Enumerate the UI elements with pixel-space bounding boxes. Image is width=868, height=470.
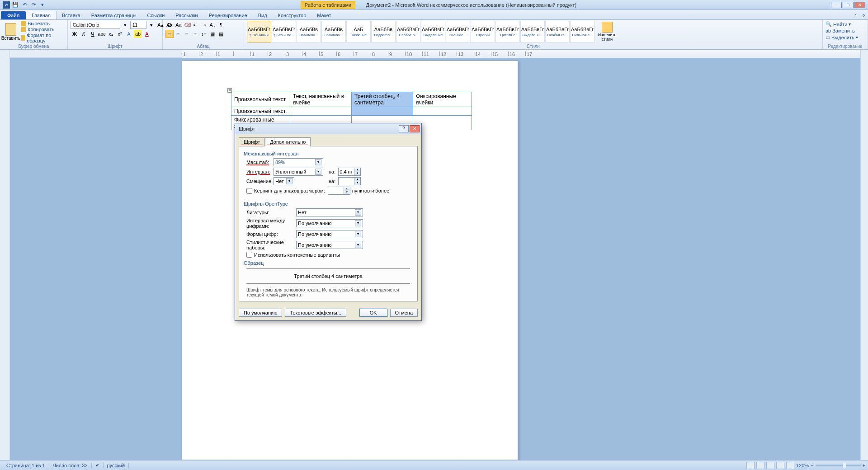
help-icon[interactable]: ? [860,13,867,20]
style-item[interactable]: АаБбВвГгСильная с... [570,21,594,42]
qat-dropdown-icon[interactable]: ▾ [39,1,46,9]
paste-button[interactable]: Вставить [3,21,19,42]
table-cell[interactable]: Фиксированные ячейки [413,92,472,107]
style-item[interactable]: АаБНазвание [346,21,371,42]
view-web-icon[interactable] [766,462,774,469]
spacing-combo[interactable]: Уплотненный ▾ [274,168,323,176]
multilevel-icon[interactable]: ⋮≡ [183,21,191,29]
superscript-button[interactable]: x² [116,30,124,38]
style-item[interactable]: АаБбВвГгВыделение [421,21,445,42]
spacing-by-spinner[interactable]: ▲▼ [338,168,361,176]
table-cell[interactable] [413,107,472,116]
chevron-down-icon[interactable]: ▾ [355,231,361,237]
spin-down-icon[interactable]: ▼ [354,181,360,185]
underline-button[interactable]: Ч [89,30,97,38]
scale-combo[interactable]: 89% ▾ [274,158,323,166]
table-cell-selected[interactable] [352,107,413,116]
view-outline-icon[interactable] [776,462,784,469]
num-forms-combo[interactable]: По умолчанию▾ [296,230,363,238]
tab-mailings[interactable]: Рассылки [170,11,203,19]
line-spacing-icon[interactable]: ↕≡ [200,30,208,38]
minimize-button[interactable]: _ [831,2,842,8]
status-proofing-icon[interactable]: ✔ [92,462,104,468]
spin-down-icon[interactable]: ▼ [344,191,350,194]
tab-table-layout[interactable]: Макет [311,11,336,19]
style-item[interactable]: АаБбВвГгСтрогий [471,21,495,42]
font-size-dropdown-icon[interactable]: ▾ [147,21,156,29]
table-cell[interactable] [290,107,352,116]
contextual-checkbox[interactable] [246,252,252,258]
status-words[interactable]: Число слов: 32 [49,463,92,468]
undo-icon[interactable]: ↶ [21,1,28,9]
style-item[interactable]: АаБбВвГгВыделенн... [520,21,545,42]
font-name-input[interactable] [71,21,120,29]
subscript-button[interactable]: x₂ [107,30,115,38]
style-item[interactable]: АаБбВвГгСлабая сс... [545,21,570,42]
text-effects-icon[interactable]: A [125,30,133,38]
vertical-scrollbar[interactable] [860,50,868,460]
position-by-input[interactable] [339,178,354,185]
position-combo[interactable]: Нет ▾ [274,177,294,185]
maximize-button[interactable]: □ [843,2,854,8]
table-row[interactable]: Произвольный текст Текст, написанный в я… [231,92,472,107]
font-color-icon[interactable]: A [143,30,151,38]
chevron-down-icon[interactable]: ▾ [355,242,361,248]
italic-button[interactable]: К [80,30,88,38]
kerning-size-input[interactable] [328,187,344,194]
chevron-down-icon[interactable]: ▾ [286,178,292,184]
zoom-percent[interactable]: 120% [796,463,809,468]
spin-down-icon[interactable]: ▼ [354,172,360,175]
table-cell[interactable]: Произвольный текст [231,92,290,107]
justify-button[interactable]: ≡ [191,30,199,38]
shading-icon[interactable]: ▦ [208,30,217,38]
chevron-down-icon[interactable]: ▾ [315,169,321,175]
zoom-in-button[interactable]: + [863,463,865,468]
select-button[interactable]: ▭Выделить ▾ [826,34,858,41]
position-by-spinner[interactable]: ▲▼ [338,177,361,185]
style-sets-combo[interactable]: По умолчанию▾ [296,241,363,249]
chevron-down-icon[interactable]: ▾ [315,159,321,165]
table-cell[interactable]: Произвольный текст. [231,107,290,116]
style-item[interactable]: АаБбВвГг¶ Без инте... [272,21,296,42]
kerning-size-spinner[interactable]: ▲▼ [328,187,350,195]
dialog-titlebar[interactable]: Шрифт ? ✕ [235,123,421,134]
style-item[interactable]: АаБбВвПодзагол... [371,21,396,42]
style-item[interactable]: АаБбВвГг¶ Обычный [247,21,271,42]
chevron-down-icon[interactable]: ▾ [355,209,361,216]
kerning-checkbox[interactable] [246,188,252,194]
view-fullscreen-icon[interactable] [756,462,764,469]
zoom-out-button[interactable]: − [811,463,813,468]
style-item[interactable]: АаБбВвГгСлабое в... [396,21,420,42]
copy-button[interactable]: Копировать [21,27,65,32]
highlight-icon[interactable]: ab [134,30,142,38]
font-size-input[interactable] [130,21,146,29]
numbering-icon[interactable]: ≡ [174,21,182,29]
table-cell[interactable] [413,116,472,131]
spin-up-icon[interactable]: ▲ [354,168,360,172]
tab-page-layout[interactable]: Разметка страницы [86,11,142,19]
show-marks-icon[interactable]: ¶ [217,21,225,29]
cut-button[interactable]: Вырезать [21,21,65,26]
tab-references[interactable]: Ссылки [142,11,170,19]
dialog-close-button[interactable]: ✕ [410,125,420,132]
tab-insert[interactable]: Вставка [57,11,86,19]
style-item[interactable]: АаБбВвГгЦитата 2 [495,21,520,42]
horizontal-ruler[interactable]: 1211234567891011121314151617 [10,50,868,58]
view-print-layout-icon[interactable] [746,462,755,469]
ligatures-combo[interactable]: Нет▾ [296,208,363,216]
minimize-ribbon-icon[interactable]: ˄ [852,13,859,20]
style-item[interactable]: АаБбВвЗаголово... [297,21,321,42]
increase-indent-icon[interactable]: ⇥ [200,21,208,29]
close-button[interactable]: ✕ [854,2,865,8]
format-painter-button[interactable]: Формат по образцу [21,33,65,43]
zoom-slider[interactable] [816,465,861,466]
dialog-tab-font[interactable]: Шрифт [239,137,265,146]
status-language[interactable]: русский [104,463,129,468]
borders-icon[interactable]: ▦ [217,30,225,38]
table-cell-selected[interactable]: Третий столбец, 4 сантиметра [352,92,413,107]
spin-up-icon[interactable]: ▲ [344,187,350,191]
table-move-handle[interactable]: ✥ [227,88,232,93]
spin-up-icon[interactable]: ▲ [354,178,360,181]
table-row[interactable]: Произвольный текст. [231,107,472,116]
find-button[interactable]: 🔍Найти ▾ [826,21,858,28]
